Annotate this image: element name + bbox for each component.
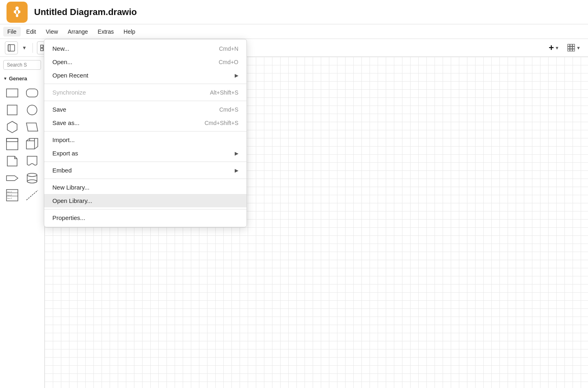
menu-bar: File Edit View Arrange Extras Help bbox=[0, 24, 588, 39]
svg-rect-34 bbox=[26, 89, 38, 97]
svg-text:Item 3: Item 3 bbox=[7, 197, 12, 199]
menu-item-save[interactable]: SaveCmd+S bbox=[44, 103, 246, 116]
menu-divider bbox=[44, 84, 246, 84]
menu-item-embed[interactable]: Embed▶ bbox=[44, 164, 246, 177]
svg-rect-30 bbox=[568, 49, 570, 51]
svg-rect-31 bbox=[570, 49, 572, 51]
svg-marker-37 bbox=[7, 121, 17, 133]
svg-rect-24 bbox=[568, 44, 570, 46]
shape-document[interactable] bbox=[3, 154, 21, 168]
shape-3dbox[interactable] bbox=[24, 137, 41, 151]
menu-item-new[interactable]: New...Cmd+N bbox=[44, 42, 246, 55]
svg-point-1 bbox=[15, 6, 19, 10]
svg-point-36 bbox=[27, 105, 37, 115]
svg-line-55 bbox=[26, 190, 38, 200]
shape-circle[interactable] bbox=[24, 103, 41, 117]
menu-item-synchronize: SynchronizeAlt+Shift+S bbox=[44, 86, 246, 99]
toolbar-divider-1 bbox=[32, 43, 33, 53]
toolbar-grid-btn[interactable]: ▼ bbox=[565, 42, 583, 54]
shape-wavy-document[interactable] bbox=[24, 154, 41, 168]
svg-rect-39 bbox=[6, 138, 18, 150]
toolbar-layout-btn[interactable] bbox=[5, 41, 18, 54]
menu-item-open[interactable]: Open...Cmd+O bbox=[44, 55, 246, 69]
shape-container[interactable] bbox=[3, 137, 21, 151]
menu-help[interactable]: Help bbox=[119, 27, 139, 37]
menu-item-arrow-open-recent: ▶ bbox=[235, 73, 238, 78]
menu-item-label-open-library: Open Library... bbox=[52, 197, 92, 204]
menu-item-save-as[interactable]: Save as...Cmd+Shift+S bbox=[44, 116, 246, 129]
svg-rect-26 bbox=[573, 44, 575, 46]
menu-item-arrow-export-as: ▶ bbox=[235, 151, 238, 156]
svg-rect-13 bbox=[41, 48, 43, 51]
svg-rect-11 bbox=[41, 45, 43, 47]
menu-item-shortcut-new: Cmd+N bbox=[219, 45, 238, 52]
menu-item-new-library[interactable]: New Library... bbox=[44, 181, 246, 194]
svg-point-45 bbox=[27, 173, 37, 177]
menu-item-properties[interactable]: Properties... bbox=[44, 211, 246, 224]
menu-item-shortcut-save-as: Cmd+Shift+S bbox=[205, 120, 238, 126]
svg-marker-38 bbox=[26, 123, 38, 131]
menu-item-shortcut-save: Cmd+S bbox=[219, 106, 238, 113]
app-logo bbox=[6, 2, 28, 23]
shape-parallelogram[interactable] bbox=[24, 120, 41, 134]
menu-item-label-properties: Properties... bbox=[52, 214, 85, 221]
plus-icon: + bbox=[549, 43, 554, 53]
svg-marker-44 bbox=[6, 176, 18, 181]
menu-item-export-as[interactable]: Export as▶ bbox=[44, 147, 246, 160]
svg-rect-32 bbox=[573, 49, 575, 51]
menu-view[interactable]: View bbox=[42, 27, 62, 37]
menu-divider bbox=[44, 179, 246, 179]
menu-item-label-embed: Embed bbox=[52, 167, 72, 174]
menu-item-open-library[interactable]: Open Library... bbox=[44, 194, 246, 207]
svg-rect-28 bbox=[570, 47, 572, 49]
svg-point-48 bbox=[27, 180, 37, 183]
shape-dashed-line[interactable] bbox=[24, 188, 41, 203]
menu-item-shortcut-synchronize: Alt+Shift+S bbox=[210, 89, 238, 96]
menu-item-label-import: Import... bbox=[52, 136, 75, 143]
menu-item-open-recent[interactable]: Open Recent▶ bbox=[44, 69, 246, 82]
menu-divider bbox=[44, 209, 246, 209]
shape-process[interactable] bbox=[3, 171, 21, 185]
toolbar-plus-btn[interactable]: + ▼ bbox=[545, 41, 562, 55]
shape-rectangle[interactable] bbox=[3, 86, 21, 100]
svg-rect-10 bbox=[8, 45, 10, 51]
menu-divider bbox=[44, 162, 246, 162]
sidebar-section-title: ▼ Genera bbox=[0, 73, 44, 83]
menu-arrange[interactable]: Arrange bbox=[64, 27, 92, 37]
svg-rect-27 bbox=[568, 47, 570, 49]
title-bar: Untitled Diagram.drawio bbox=[0, 0, 588, 24]
menu-item-label-new-library: New Library... bbox=[52, 184, 89, 191]
menu-item-label-open-recent: Open Recent bbox=[52, 72, 88, 79]
shape-list[interactable]: Item 1Item 2Item 3 bbox=[3, 188, 21, 203]
menu-item-shortcut-open: Cmd+O bbox=[218, 59, 238, 65]
shape-cylinder[interactable] bbox=[24, 171, 41, 185]
menu-divider bbox=[44, 101, 246, 101]
svg-rect-3 bbox=[18, 11, 20, 13]
search-input[interactable] bbox=[3, 60, 41, 70]
menu-edit[interactable]: Edit bbox=[22, 27, 40, 37]
menu-item-arrow-embed: ▶ bbox=[235, 168, 238, 173]
menu-item-label-open: Open... bbox=[52, 58, 72, 65]
menu-file[interactable]: File bbox=[3, 27, 21, 37]
collapse-icon[interactable]: ▼ bbox=[3, 76, 7, 81]
svg-text:Item 1: Item 1 bbox=[7, 191, 12, 193]
sidebar-shapes: Item 1Item 2Item 3 bbox=[0, 83, 44, 205]
menu-item-label-save-as: Save as... bbox=[52, 119, 80, 126]
svg-rect-40 bbox=[6, 138, 18, 142]
toolbar-layout-dropdown[interactable]: ▼ bbox=[20, 41, 28, 54]
sidebar-search-container bbox=[0, 57, 44, 73]
menu-item-label-synchronize: Synchronize bbox=[52, 89, 86, 96]
shape-rounded-rect[interactable] bbox=[24, 86, 41, 100]
menu-extras[interactable]: Extras bbox=[94, 27, 118, 37]
sidebar: ▼ Genera bbox=[0, 57, 45, 388]
shape-hexagon[interactable] bbox=[3, 120, 21, 134]
svg-rect-29 bbox=[573, 47, 575, 49]
menu-item-import[interactable]: Import... bbox=[44, 133, 246, 147]
menu-item-label-new: New... bbox=[52, 45, 69, 52]
svg-rect-41 bbox=[26, 141, 35, 149]
file-dropdown-menu: New...Cmd+NOpen...Cmd+OOpen Recent▶Synch… bbox=[44, 39, 247, 227]
svg-rect-35 bbox=[7, 105, 17, 115]
menu-item-label-export-as: Export as bbox=[52, 150, 78, 157]
svg-rect-33 bbox=[6, 89, 18, 97]
shape-square[interactable] bbox=[3, 103, 21, 117]
